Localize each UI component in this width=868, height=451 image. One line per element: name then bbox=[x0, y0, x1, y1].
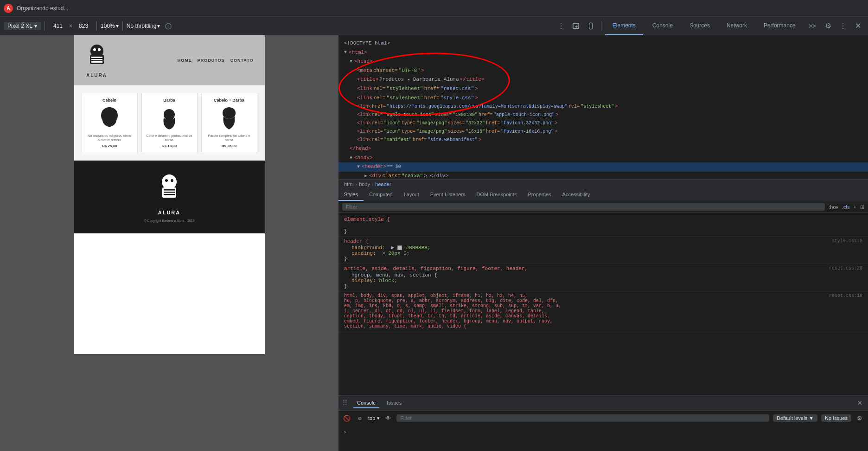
tab-event-listeners[interactable]: Event Listeners bbox=[425, 189, 471, 201]
svg-point-14 bbox=[171, 179, 173, 182]
console-tab-console[interactable]: Console bbox=[353, 398, 379, 408]
dom-line-link-icon32: <link rel= "icon" type= "image/png" size… bbox=[338, 119, 868, 128]
app-title: Organizando estud... bbox=[17, 5, 68, 12]
console-caret[interactable]: › bbox=[344, 429, 346, 435]
console-tab-issues[interactable]: Issues bbox=[383, 398, 405, 408]
console-eye-icon[interactable]: 👁 bbox=[383, 413, 393, 423]
console-drag-handle[interactable]: ⠿ bbox=[342, 399, 348, 407]
console-tabs: ⠿ Console Issues ✕ bbox=[338, 396, 868, 411]
tab-dom-breakpoints[interactable]: DOM Breakpoints bbox=[471, 189, 523, 201]
style-source-reset18[interactable]: reset.css:18 bbox=[829, 293, 862, 298]
throttle-chevron: ▾ bbox=[157, 23, 160, 29]
product-desc-barba: Corte e desenho profissional de barba bbox=[147, 134, 192, 142]
close-console-icon[interactable]: ✕ bbox=[855, 399, 864, 408]
product-price-combo: R$ 35,00 bbox=[206, 144, 252, 148]
tab-console[interactable]: Console bbox=[645, 18, 680, 34]
customize-devtools-icon[interactable]: ⋮ bbox=[836, 19, 849, 32]
console-context-selector[interactable]: top ▾ bbox=[368, 415, 380, 421]
filter-console-icon[interactable]: ⊘ bbox=[355, 413, 364, 423]
device-toolbar-icon[interactable] bbox=[584, 19, 597, 32]
nav-produtos[interactable]: PRODUTOS bbox=[198, 58, 225, 63]
style-source-header[interactable]: style.css:5 bbox=[832, 238, 862, 244]
breadcrumb-body[interactable]: body bbox=[359, 181, 370, 187]
logo-text: ALURA bbox=[86, 73, 107, 78]
style-close-1: } bbox=[344, 229, 862, 234]
devtools-panel: <!DOCTYPE html> ▼ <html> ▼ <head> <meta … bbox=[338, 35, 868, 451]
filter-hov-label[interactable]: :hov bbox=[829, 204, 838, 210]
tab-sources[interactable]: Sources bbox=[682, 18, 717, 34]
site-nav: HOME PRODUTOS CONTATO bbox=[178, 58, 254, 63]
svg-rect-0 bbox=[589, 23, 592, 29]
dom-tree: <!DOCTYPE html> ▼ <html> ▼ <head> <meta … bbox=[338, 35, 868, 179]
svg-rect-16 bbox=[164, 189, 175, 191]
dom-line-link-touch: <link rel= "apple-touch-icon" sizes= "18… bbox=[338, 111, 868, 119]
settings-icon[interactable]: ⚙ bbox=[822, 19, 835, 32]
throttle-selector[interactable]: No throttling ▾ bbox=[127, 23, 160, 29]
console-section: ⠿ Console Issues ✕ 🚫 ⊘ top ▾ 👁 Default l… bbox=[338, 395, 868, 451]
close-devtools-icon[interactable]: ✕ bbox=[851, 19, 864, 32]
console-level-selector[interactable]: Default levels ▼ bbox=[773, 414, 817, 422]
dom-line-link-icon16: <link rel= "icon" type= "image/png" size… bbox=[338, 128, 868, 136]
tab-network[interactable]: Network bbox=[719, 18, 754, 34]
product-icon-barba bbox=[147, 106, 192, 134]
product-desc-cabelo: Na tesoura ou máquina, como o cliente pr… bbox=[87, 134, 133, 142]
style-source-reset28[interactable]: reset.css:28 bbox=[829, 266, 862, 271]
network-conditions-button[interactable] bbox=[162, 19, 175, 32]
breadcrumb-header[interactable]: header bbox=[375, 181, 391, 187]
width-input[interactable] bbox=[49, 23, 67, 29]
tab-styles[interactable]: Styles bbox=[338, 189, 364, 201]
dom-line-head: ▼ <head> bbox=[338, 57, 868, 66]
filter-layout-btn[interactable]: ⊞ bbox=[860, 204, 864, 210]
filter-plus-btn[interactable]: + bbox=[854, 204, 856, 210]
more-tools-button[interactable]: ⋮ bbox=[555, 19, 568, 32]
dom-line-html-open: ▼ <html> bbox=[338, 48, 868, 58]
style-prop-display: display: block; bbox=[344, 278, 862, 283]
tab-properties[interactable]: Properties bbox=[522, 189, 556, 201]
styles-filter-input[interactable] bbox=[342, 203, 825, 211]
clear-console-icon[interactable]: 🚫 bbox=[342, 413, 351, 423]
device-chevron: ▾ bbox=[34, 23, 37, 29]
footer-logo-icon bbox=[155, 172, 183, 206]
logo-face-icon bbox=[85, 43, 108, 73]
styles-filter-bar: :hov .cls + ⊞ bbox=[338, 201, 868, 213]
dom-line-title: <title> Produtos - Barbearia Alura </tit… bbox=[338, 75, 868, 84]
preview-pane: ALURA HOME PRODUTOS CONTATO Cabelo bbox=[0, 35, 338, 451]
zoom-selector[interactable]: 100% ▾ bbox=[101, 23, 119, 29]
filter-cls-label[interactable]: .cls bbox=[842, 204, 850, 210]
nav-contato[interactable]: CONTATO bbox=[230, 58, 254, 63]
console-settings-icon[interactable]: ⚙ bbox=[855, 413, 864, 423]
site-logo: ALURA bbox=[85, 43, 108, 78]
no-issues-badge: No Issues bbox=[821, 414, 851, 422]
devtools-toolbar: Pixel 2 XL ▾ × 100% ▾ No throttling ▾ ⋮ … bbox=[0, 17, 868, 35]
style-selector-element: element.style { bbox=[344, 217, 862, 222]
browser-viewport: ALURA HOME PRODUTOS CONTATO Cabelo bbox=[74, 35, 265, 354]
tab-computed[interactable]: Computed bbox=[364, 189, 398, 201]
product-name-barba: Barba bbox=[147, 98, 192, 103]
tab-elements[interactable]: Elements bbox=[605, 17, 643, 35]
console-filter-input[interactable] bbox=[396, 414, 769, 422]
style-prop-block-more: hgroup, menu, nav, section { bbox=[344, 272, 862, 278]
product-icon-cabelo bbox=[87, 106, 133, 134]
separator-4 bbox=[601, 21, 601, 31]
tab-performance[interactable]: Performance bbox=[756, 18, 803, 34]
style-selector-reset18: html, body, div, span, applet, object, i… bbox=[344, 293, 862, 329]
device-selector[interactable]: Pixel 2 XL ▾ bbox=[4, 22, 41, 30]
dimension-separator: × bbox=[69, 23, 72, 29]
height-input[interactable] bbox=[74, 23, 93, 29]
console-body: › bbox=[338, 425, 868, 438]
top-label: top bbox=[368, 415, 375, 421]
styles-panel: Styles Computed Layout Event Listeners D… bbox=[338, 189, 868, 395]
nav-home[interactable]: HOME bbox=[178, 58, 192, 63]
tabs-more-button[interactable]: >> bbox=[805, 22, 820, 30]
tab-accessibility[interactable]: Accessibility bbox=[557, 189, 596, 201]
throttle-label: No throttling bbox=[127, 23, 157, 29]
title-bar: A Organizando estud... bbox=[0, 0, 868, 17]
style-selector-block: article, aside, details, figcaption, fig… bbox=[344, 266, 862, 271]
breadcrumb-html[interactable]: html bbox=[344, 181, 354, 187]
svg-rect-7 bbox=[91, 59, 102, 60]
tab-layout[interactable]: Layout bbox=[398, 189, 425, 201]
inspect-element-icon[interactable] bbox=[569, 19, 582, 32]
style-close-2: } bbox=[344, 256, 862, 262]
product-name-combo: Cabelo + Barba bbox=[206, 98, 252, 103]
dom-line-header[interactable]: ▼ <header> == $0 bbox=[338, 162, 868, 172]
